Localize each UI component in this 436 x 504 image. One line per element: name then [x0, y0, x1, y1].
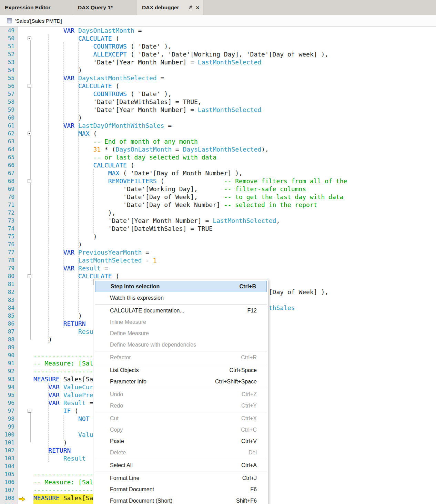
line-number[interactable]: 104 [0, 462, 18, 470]
code-line-56[interactable]: 56CALCULATE ( [0, 82, 436, 90]
line-number[interactable]: 53 [0, 58, 18, 66]
fold-collapse-icon[interactable] [28, 37, 31, 40]
line-number[interactable]: 77 [0, 248, 18, 256]
code-line-65[interactable]: 65-- or last day selected with data [0, 153, 436, 161]
line-number[interactable]: 55 [0, 74, 18, 82]
line-number[interactable]: 98 [0, 415, 18, 423]
line-number[interactable]: 59 [0, 106, 18, 114]
line-number[interactable]: 66 [0, 161, 18, 169]
line-number[interactable]: 56 [0, 82, 18, 90]
line-number[interactable]: 107 [0, 486, 18, 494]
line-number[interactable]: 101 [0, 439, 18, 446]
line-number[interactable]: 97 [0, 407, 18, 415]
code-line-67[interactable]: 67MAX ( 'Date'[Day of Month Number] ), [0, 169, 436, 177]
menu-item-paste[interactable]: PasteCtrl+V [95, 435, 267, 447]
line-number[interactable]: 71 [0, 201, 18, 209]
code-line-73[interactable]: 73'Date'[Year Month Number] = LastMonthS… [0, 217, 436, 225]
code-line-66[interactable]: 66CALCULATE ( [0, 161, 436, 169]
line-number[interactable]: 73 [0, 217, 18, 225]
line-number[interactable]: 90 [0, 351, 18, 359]
line-number[interactable]: 103 [0, 454, 18, 462]
code-line-71[interactable]: 71'Date'[Day of Week Number] -- selected… [0, 201, 436, 209]
line-number[interactable]: 92 [0, 367, 18, 375]
code-line-49[interactable]: 49VAR DaysOnLastMonth = [0, 27, 436, 34]
menu-item-watch-this-expression[interactable]: Watch this expression [95, 292, 267, 304]
code-line-51[interactable]: 51COUNTROWS ( 'Date' ), [0, 42, 436, 50]
code-line-52[interactable]: 52ALLEXCEPT ( 'Date', 'Date'[Working Day… [0, 50, 436, 58]
menu-item-list-objects[interactable]: List ObjectsCtrl+Space [95, 364, 267, 376]
line-number[interactable]: 64 [0, 145, 18, 153]
line-number[interactable]: 78 [0, 256, 18, 264]
fold-collapse-icon[interactable] [28, 409, 31, 413]
line-number[interactable]: 85 [0, 312, 18, 320]
line-number[interactable]: 52 [0, 50, 18, 58]
line-number[interactable]: 51 [0, 42, 18, 50]
code-line-59[interactable]: 59'Date'[Year Month Number] = LastMonthS… [0, 106, 436, 114]
code-line-79[interactable]: 79VAR Result = [0, 264, 436, 272]
menu-item-parameter-info[interactable]: Parameter InfoCtrl+Shift+Space [95, 376, 267, 387]
pin-icon[interactable] [188, 5, 193, 10]
menu-item-calculate-documentation[interactable]: CALCULATE documentation...F12 [95, 305, 267, 316]
code-line-75[interactable]: 75) [0, 233, 436, 240]
line-number[interactable]: 49 [0, 27, 18, 34]
code-line-69[interactable]: 69'Date'[Working Day],-- filter-safe col… [0, 185, 436, 193]
menu-item-step-into-selection[interactable]: Step into selectionCtrl+B [95, 281, 267, 292]
code-line-64[interactable]: 6431 * (DaysOnLastMonth = DaysLastMonthS… [0, 145, 436, 153]
line-number[interactable]: 99 [0, 423, 18, 431]
line-number[interactable]: 57 [0, 90, 18, 98]
line-number[interactable]: 74 [0, 225, 18, 233]
close-icon[interactable]: ✕ [196, 5, 200, 10]
line-number[interactable]: 62 [0, 130, 18, 137]
line-number[interactable]: 108 [0, 494, 18, 502]
line-number[interactable]: 80 [0, 272, 18, 280]
code-line-77[interactable]: 77VAR PreviousYearMonth = [0, 248, 436, 256]
line-number[interactable]: 105 [0, 470, 18, 478]
menu-item-format-document-short[interactable]: Format Document (Short)Shift+F6 [95, 495, 267, 504]
line-number[interactable]: 54 [0, 66, 18, 74]
code-line-57[interactable]: 57COUNTROWS ( 'Date' ), [0, 90, 436, 98]
line-number[interactable]: 72 [0, 209, 18, 217]
line-number[interactable]: 84 [0, 304, 18, 312]
line-number[interactable]: 60 [0, 114, 18, 122]
line-number[interactable]: 109 [0, 502, 18, 504]
line-number[interactable]: 67 [0, 169, 18, 177]
code-line-62[interactable]: 62MAX ( [0, 130, 436, 137]
line-number[interactable]: 89 [0, 343, 18, 351]
code-line-63[interactable]: 63-- End of month of any month [0, 137, 436, 145]
code-line-60[interactable]: 60) [0, 114, 436, 122]
line-number[interactable]: 106 [0, 478, 18, 486]
fold-collapse-icon[interactable] [28, 179, 31, 183]
code-line-70[interactable]: 70'Date'[Day of Week],-- to get the last… [0, 193, 436, 201]
line-number[interactable]: 70 [0, 193, 18, 201]
line-number[interactable]: 95 [0, 391, 18, 399]
fold-collapse-icon[interactable] [28, 274, 31, 278]
tab-expression-editor[interactable]: Expression Editor [0, 0, 73, 15]
code-line-74[interactable]: 74'Date'[DateWithSales] = TRUE [0, 225, 436, 233]
line-number[interactable]: 63 [0, 137, 18, 145]
line-number[interactable]: 96 [0, 399, 18, 407]
menu-item-select-all[interactable]: Select AllCtrl+A [95, 460, 267, 471]
line-number[interactable]: 69 [0, 185, 18, 193]
line-number[interactable]: 76 [0, 240, 18, 248]
fold-collapse-icon[interactable] [28, 132, 31, 135]
line-number[interactable]: 100 [0, 431, 18, 439]
code-line-78[interactable]: 78LastMonthSelected - 1 [0, 256, 436, 264]
line-number[interactable]: 86 [0, 320, 18, 328]
line-number[interactable]: 94 [0, 383, 18, 391]
line-number[interactable]: 65 [0, 153, 18, 161]
line-number[interactable]: 102 [0, 446, 18, 454]
tab-dax-debugger[interactable]: DAX debugger✕ [137, 0, 203, 15]
code-line-50[interactable]: 50CALCULATE ( [0, 34, 436, 42]
menu-item-format-line[interactable]: Format LineCtrl+J [95, 472, 267, 484]
code-line-76[interactable]: 76) [0, 240, 436, 248]
line-number[interactable]: 50 [0, 34, 18, 42]
code-line-58[interactable]: 58'Date'[DateWithSales] = TRUE, [0, 98, 436, 106]
fold-collapse-icon[interactable] [28, 84, 31, 88]
code-line-61[interactable]: 61VAR LastDayOfMonthWithSales = [0, 122, 436, 130]
menu-item-format-document[interactable]: Format DocumentF6 [95, 484, 267, 495]
line-number[interactable]: 91 [0, 359, 18, 367]
code-line-72[interactable]: 72), [0, 209, 436, 217]
line-number[interactable]: 79 [0, 264, 18, 272]
code-line-53[interactable]: 53'Date'[Year Month Number] = LastMonthS… [0, 58, 436, 66]
line-number[interactable]: 82 [0, 288, 18, 296]
